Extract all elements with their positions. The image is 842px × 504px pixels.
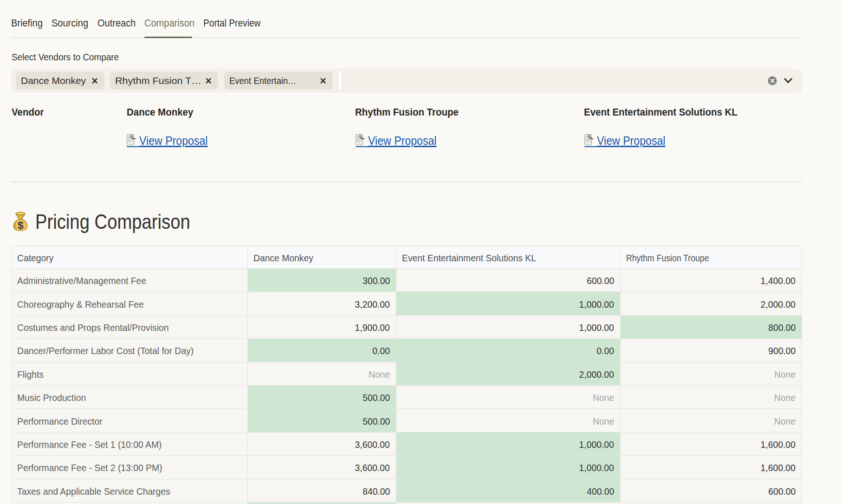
svg-text:$: $ [18, 220, 24, 231]
